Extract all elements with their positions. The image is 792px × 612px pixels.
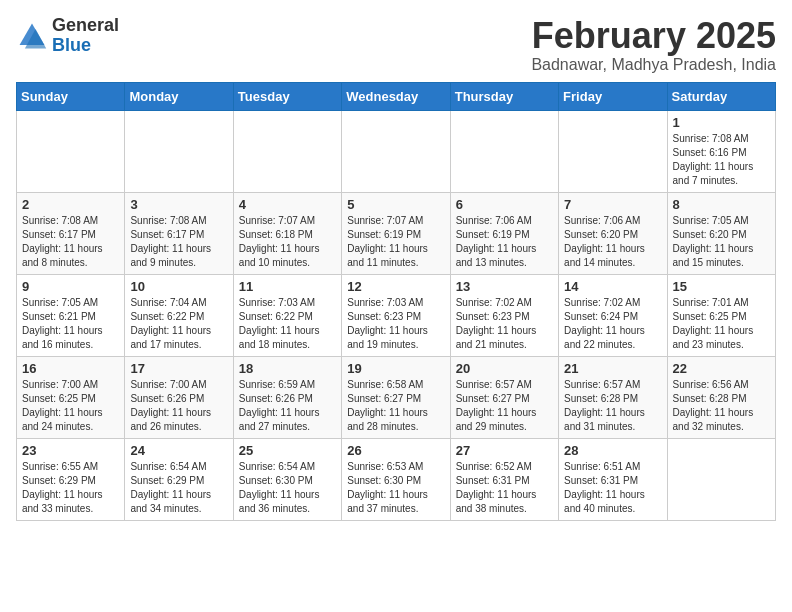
logo: General Blue	[16, 16, 119, 56]
day-number: 4	[239, 197, 336, 212]
calendar-cell: 7Sunrise: 7:06 AM Sunset: 6:20 PM Daylig…	[559, 192, 667, 274]
calendar-table: SundayMondayTuesdayWednesdayThursdayFrid…	[16, 82, 776, 521]
day-info: Sunrise: 7:00 AM Sunset: 6:25 PM Dayligh…	[22, 378, 119, 434]
calendar-week-row: 2Sunrise: 7:08 AM Sunset: 6:17 PM Daylig…	[17, 192, 776, 274]
day-number: 6	[456, 197, 553, 212]
calendar-cell: 24Sunrise: 6:54 AM Sunset: 6:29 PM Dayli…	[125, 438, 233, 520]
day-number: 8	[673, 197, 770, 212]
weekday-header-monday: Monday	[125, 82, 233, 110]
day-info: Sunrise: 7:08 AM Sunset: 6:16 PM Dayligh…	[673, 132, 770, 188]
calendar-cell	[559, 110, 667, 192]
day-info: Sunrise: 7:02 AM Sunset: 6:24 PM Dayligh…	[564, 296, 661, 352]
day-number: 1	[673, 115, 770, 130]
day-info: Sunrise: 6:58 AM Sunset: 6:27 PM Dayligh…	[347, 378, 444, 434]
calendar-cell: 28Sunrise: 6:51 AM Sunset: 6:31 PM Dayli…	[559, 438, 667, 520]
calendar-cell: 2Sunrise: 7:08 AM Sunset: 6:17 PM Daylig…	[17, 192, 125, 274]
calendar-cell: 22Sunrise: 6:56 AM Sunset: 6:28 PM Dayli…	[667, 356, 775, 438]
calendar-cell	[17, 110, 125, 192]
day-number: 7	[564, 197, 661, 212]
weekday-header-thursday: Thursday	[450, 82, 558, 110]
calendar-cell: 18Sunrise: 6:59 AM Sunset: 6:26 PM Dayli…	[233, 356, 341, 438]
day-number: 14	[564, 279, 661, 294]
weekday-header-sunday: Sunday	[17, 82, 125, 110]
day-number: 13	[456, 279, 553, 294]
day-number: 26	[347, 443, 444, 458]
calendar-week-row: 1Sunrise: 7:08 AM Sunset: 6:16 PM Daylig…	[17, 110, 776, 192]
logo-text: General Blue	[52, 16, 119, 56]
day-info: Sunrise: 7:07 AM Sunset: 6:19 PM Dayligh…	[347, 214, 444, 270]
day-info: Sunrise: 6:54 AM Sunset: 6:30 PM Dayligh…	[239, 460, 336, 516]
day-number: 3	[130, 197, 227, 212]
calendar-cell: 12Sunrise: 7:03 AM Sunset: 6:23 PM Dayli…	[342, 274, 450, 356]
day-info: Sunrise: 7:05 AM Sunset: 6:20 PM Dayligh…	[673, 214, 770, 270]
calendar-cell: 21Sunrise: 6:57 AM Sunset: 6:28 PM Dayli…	[559, 356, 667, 438]
day-number: 15	[673, 279, 770, 294]
day-info: Sunrise: 6:51 AM Sunset: 6:31 PM Dayligh…	[564, 460, 661, 516]
day-number: 22	[673, 361, 770, 376]
day-number: 11	[239, 279, 336, 294]
weekday-header-friday: Friday	[559, 82, 667, 110]
day-info: Sunrise: 7:08 AM Sunset: 6:17 PM Dayligh…	[22, 214, 119, 270]
calendar-cell	[450, 110, 558, 192]
calendar-cell: 11Sunrise: 7:03 AM Sunset: 6:22 PM Dayli…	[233, 274, 341, 356]
month-title: February 2025	[531, 16, 776, 56]
calendar-header-row: SundayMondayTuesdayWednesdayThursdayFrid…	[17, 82, 776, 110]
day-info: Sunrise: 7:07 AM Sunset: 6:18 PM Dayligh…	[239, 214, 336, 270]
title-block: February 2025 Badnawar, Madhya Pradesh, …	[531, 16, 776, 74]
calendar-cell: 27Sunrise: 6:52 AM Sunset: 6:31 PM Dayli…	[450, 438, 558, 520]
day-info: Sunrise: 6:57 AM Sunset: 6:28 PM Dayligh…	[564, 378, 661, 434]
day-info: Sunrise: 6:55 AM Sunset: 6:29 PM Dayligh…	[22, 460, 119, 516]
calendar-cell: 25Sunrise: 6:54 AM Sunset: 6:30 PM Dayli…	[233, 438, 341, 520]
day-info: Sunrise: 7:01 AM Sunset: 6:25 PM Dayligh…	[673, 296, 770, 352]
day-info: Sunrise: 7:03 AM Sunset: 6:23 PM Dayligh…	[347, 296, 444, 352]
day-info: Sunrise: 7:04 AM Sunset: 6:22 PM Dayligh…	[130, 296, 227, 352]
calendar-cell: 14Sunrise: 7:02 AM Sunset: 6:24 PM Dayli…	[559, 274, 667, 356]
day-info: Sunrise: 6:52 AM Sunset: 6:31 PM Dayligh…	[456, 460, 553, 516]
day-number: 23	[22, 443, 119, 458]
calendar-cell: 20Sunrise: 6:57 AM Sunset: 6:27 PM Dayli…	[450, 356, 558, 438]
day-info: Sunrise: 6:57 AM Sunset: 6:27 PM Dayligh…	[456, 378, 553, 434]
calendar-week-row: 9Sunrise: 7:05 AM Sunset: 6:21 PM Daylig…	[17, 274, 776, 356]
calendar-cell	[233, 110, 341, 192]
day-info: Sunrise: 7:05 AM Sunset: 6:21 PM Dayligh…	[22, 296, 119, 352]
calendar-cell: 9Sunrise: 7:05 AM Sunset: 6:21 PM Daylig…	[17, 274, 125, 356]
day-info: Sunrise: 7:02 AM Sunset: 6:23 PM Dayligh…	[456, 296, 553, 352]
calendar-cell: 6Sunrise: 7:06 AM Sunset: 6:19 PM Daylig…	[450, 192, 558, 274]
weekday-header-tuesday: Tuesday	[233, 82, 341, 110]
day-info: Sunrise: 7:08 AM Sunset: 6:17 PM Dayligh…	[130, 214, 227, 270]
calendar-cell: 3Sunrise: 7:08 AM Sunset: 6:17 PM Daylig…	[125, 192, 233, 274]
day-number: 20	[456, 361, 553, 376]
day-number: 9	[22, 279, 119, 294]
page-header: General Blue February 2025 Badnawar, Mad…	[16, 16, 776, 74]
day-number: 12	[347, 279, 444, 294]
day-info: Sunrise: 6:54 AM Sunset: 6:29 PM Dayligh…	[130, 460, 227, 516]
calendar-week-row: 23Sunrise: 6:55 AM Sunset: 6:29 PM Dayli…	[17, 438, 776, 520]
calendar-cell: 19Sunrise: 6:58 AM Sunset: 6:27 PM Dayli…	[342, 356, 450, 438]
day-info: Sunrise: 6:56 AM Sunset: 6:28 PM Dayligh…	[673, 378, 770, 434]
day-info: Sunrise: 6:53 AM Sunset: 6:30 PM Dayligh…	[347, 460, 444, 516]
day-info: Sunrise: 7:06 AM Sunset: 6:20 PM Dayligh…	[564, 214, 661, 270]
day-info: Sunrise: 7:03 AM Sunset: 6:22 PM Dayligh…	[239, 296, 336, 352]
calendar-cell: 1Sunrise: 7:08 AM Sunset: 6:16 PM Daylig…	[667, 110, 775, 192]
day-number: 18	[239, 361, 336, 376]
calendar-cell: 5Sunrise: 7:07 AM Sunset: 6:19 PM Daylig…	[342, 192, 450, 274]
calendar-cell	[667, 438, 775, 520]
calendar-cell: 4Sunrise: 7:07 AM Sunset: 6:18 PM Daylig…	[233, 192, 341, 274]
day-info: Sunrise: 6:59 AM Sunset: 6:26 PM Dayligh…	[239, 378, 336, 434]
calendar-cell: 23Sunrise: 6:55 AM Sunset: 6:29 PM Dayli…	[17, 438, 125, 520]
logo-blue-text: Blue	[52, 36, 119, 56]
day-number: 10	[130, 279, 227, 294]
day-number: 28	[564, 443, 661, 458]
day-number: 2	[22, 197, 119, 212]
day-number: 17	[130, 361, 227, 376]
calendar-cell: 26Sunrise: 6:53 AM Sunset: 6:30 PM Dayli…	[342, 438, 450, 520]
day-number: 16	[22, 361, 119, 376]
day-number: 25	[239, 443, 336, 458]
day-number: 21	[564, 361, 661, 376]
calendar-cell: 17Sunrise: 7:00 AM Sunset: 6:26 PM Dayli…	[125, 356, 233, 438]
calendar-cell	[342, 110, 450, 192]
calendar-cell: 16Sunrise: 7:00 AM Sunset: 6:25 PM Dayli…	[17, 356, 125, 438]
location-subtitle: Badnawar, Madhya Pradesh, India	[531, 56, 776, 74]
day-number: 24	[130, 443, 227, 458]
calendar-cell	[125, 110, 233, 192]
